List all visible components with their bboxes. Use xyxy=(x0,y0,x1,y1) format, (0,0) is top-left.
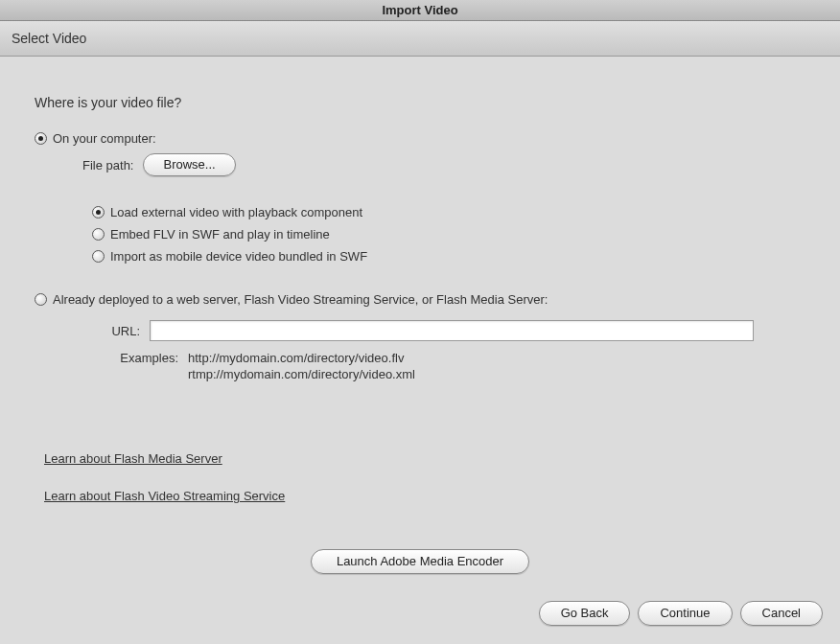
go-back-button[interactable]: Go Back xyxy=(539,601,631,626)
url-input[interactable] xyxy=(150,320,754,341)
launch-row: Launch Adobe Media Encoder xyxy=(0,549,840,574)
radio-icon xyxy=(92,228,105,241)
import-options-group: Load external video with playback compon… xyxy=(35,205,805,264)
help-links: Learn about Flash Media Server Learn abo… xyxy=(44,451,285,526)
radio-embed-flv[interactable]: Embed FLV in SWF and play in timeline xyxy=(92,227,805,242)
example-url: rtmp://mydomain.com/directory/video.xml xyxy=(188,367,415,381)
radio-icon xyxy=(92,206,105,218)
url-label: URL: xyxy=(82,324,140,338)
radio-icon xyxy=(92,250,105,263)
window-title: Import Video xyxy=(382,3,457,17)
wizard-step-label: Select Video xyxy=(12,31,86,46)
radio-load-external[interactable]: Load external video with playback compon… xyxy=(92,205,805,219)
url-row: URL: xyxy=(82,320,805,341)
deployed-section: Already deployed to a web server, Flash … xyxy=(35,292,805,383)
link-flash-media-server[interactable]: Learn about Flash Media Server xyxy=(44,451,222,466)
file-path-label: File path: xyxy=(82,158,133,172)
radio-label: On your computer: xyxy=(53,131,156,146)
radio-label: Already deployed to a web server, Flash … xyxy=(53,292,548,307)
section-heading: Where is your video file? xyxy=(35,95,805,110)
radio-import-mobile[interactable]: Import as mobile device video bundled in… xyxy=(92,249,805,264)
link-flash-video-streaming[interactable]: Learn about Flash Video Streaming Servic… xyxy=(44,489,285,503)
wizard-step-title: Select Video xyxy=(0,21,840,57)
radio-icon xyxy=(35,132,47,145)
radio-already-deployed[interactable]: Already deployed to a web server, Flash … xyxy=(35,292,805,307)
radio-label: Embed FLV in SWF and play in timeline xyxy=(110,227,330,242)
launch-media-encoder-button[interactable]: Launch Adobe Media Encoder xyxy=(311,549,529,574)
radio-icon xyxy=(35,293,47,306)
file-path-row: File path: Browse... xyxy=(82,153,805,176)
radio-label: Load external video with playback compon… xyxy=(110,205,362,219)
radio-on-your-computer[interactable]: On your computer: xyxy=(35,131,805,146)
wizard-footer: Go Back Continue Cancel xyxy=(0,593,840,639)
content-area: Where is your video file? On your comput… xyxy=(0,57,840,593)
continue-button[interactable]: Continue xyxy=(638,601,732,626)
examples-label: Examples: xyxy=(82,351,178,383)
cancel-button[interactable]: Cancel xyxy=(740,601,823,626)
example-url: http://mydomain.com/directory/video.flv xyxy=(188,351,415,365)
browse-button[interactable]: Browse... xyxy=(143,153,235,176)
window-titlebar: Import Video xyxy=(0,0,840,21)
examples-list: http://mydomain.com/directory/video.flv … xyxy=(188,351,415,383)
radio-label: Import as mobile device video bundled in… xyxy=(110,249,367,264)
examples-row: Examples: http://mydomain.com/directory/… xyxy=(82,351,805,383)
